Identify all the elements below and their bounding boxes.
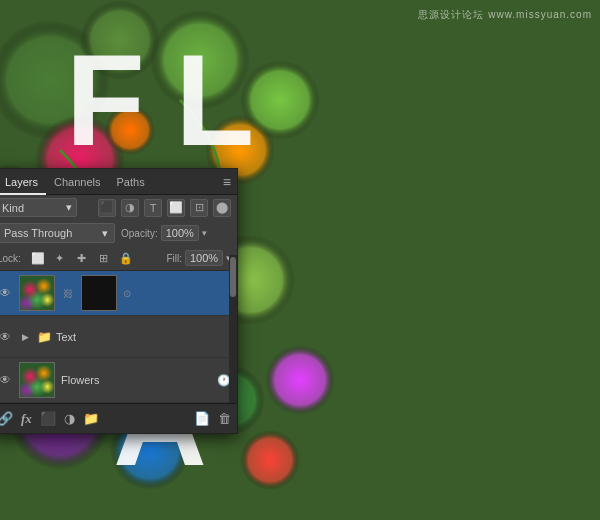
layer-name-2: Text bbox=[56, 331, 76, 343]
layer-item-smart-object[interactable]: 👁 ⛓ ⊙ bbox=[0, 271, 237, 316]
kind-select-arrow: ▾ bbox=[66, 201, 72, 214]
fill-value[interactable]: 100% bbox=[185, 250, 223, 266]
layer-info-2: 📁 Text bbox=[37, 330, 231, 344]
panel-footer: 🔗 fx ⬛ ◑ 📁 📄 🗑 bbox=[0, 403, 237, 433]
layer-visibility-toggle-3[interactable]: 👁 bbox=[0, 372, 13, 388]
opacity-label: Opacity: bbox=[121, 228, 158, 239]
opacity-group: Opacity: 100% ▾ bbox=[121, 225, 231, 241]
adjustment-icon[interactable]: ◑ bbox=[64, 411, 75, 426]
layer-chain-1[interactable]: ⛓ bbox=[61, 286, 75, 300]
blending-row: Pass Through ▾ Opacity: 100% ▾ bbox=[0, 220, 237, 246]
folder-icon-2: 📁 bbox=[37, 330, 52, 344]
layer-thumbnail-1 bbox=[19, 275, 55, 311]
panel-menu-icon[interactable]: ≡ bbox=[223, 174, 231, 190]
filter-circle-icon[interactable]: ⬤ bbox=[213, 199, 231, 217]
lock-position-icon[interactable]: ✚ bbox=[73, 249, 91, 267]
layer-item-text-group[interactable]: 👁 ▶ 📁 Text bbox=[0, 316, 237, 358]
scroll-thumb[interactable] bbox=[230, 257, 236, 297]
mask-icon[interactable]: ⬛ bbox=[40, 411, 56, 426]
trash-icon[interactable]: 🗑 bbox=[218, 411, 231, 426]
blending-mode-select[interactable]: Pass Through ▾ bbox=[0, 223, 115, 243]
blending-mode-arrow: ▾ bbox=[102, 227, 108, 240]
filter-icons: ⬛ ◑ T ⬜ ⊡ ⬤ bbox=[81, 199, 231, 217]
blending-mode-label: Pass Through bbox=[4, 227, 72, 239]
kind-select-label: Kind bbox=[2, 202, 24, 214]
watermark: 思源设计论坛 www.missyuan.com bbox=[418, 8, 592, 22]
kind-select[interactable]: Kind ▾ bbox=[0, 198, 77, 217]
letter-f: F bbox=[66, 35, 145, 165]
filter-adjust-icon[interactable]: ◑ bbox=[121, 199, 139, 217]
panel-tabs: Layers Channels Paths ≡ bbox=[0, 169, 237, 195]
layer-item-flowers[interactable]: 👁 Flowers 🕐 bbox=[0, 358, 237, 403]
tab-channels[interactable]: Channels bbox=[46, 169, 108, 195]
thumbnail-flower-1 bbox=[20, 276, 54, 310]
filter-type-icon[interactable]: T bbox=[144, 199, 162, 217]
filter-shape-icon[interactable]: ⬜ bbox=[167, 199, 185, 217]
folder-new-icon[interactable]: 📁 bbox=[83, 411, 99, 426]
filter-smart-icon[interactable]: ⊡ bbox=[190, 199, 208, 217]
lock-icons: ⬜ ✦ ✚ ⊞ 🔒 bbox=[29, 249, 161, 267]
layer-name-3: Flowers bbox=[61, 374, 100, 386]
tab-paths[interactable]: Paths bbox=[109, 169, 153, 195]
layers-panel: Layers Channels Paths ≡ Kind ▾ ⬛ ◑ T ⬜ ⊡… bbox=[0, 168, 238, 434]
smart-object-badge-1: ⊙ bbox=[123, 288, 131, 299]
layer-visibility-toggle-1[interactable]: 👁 bbox=[0, 285, 13, 301]
opacity-value[interactable]: 100% bbox=[161, 225, 199, 241]
fx-icon[interactable]: fx bbox=[21, 411, 32, 427]
lock-row: Lock: ⬜ ✦ ✚ ⊞ 🔒 Fill: 100% ▾ bbox=[0, 246, 237, 271]
letter-row-1: F L bbox=[66, 35, 255, 165]
new-layer-icon[interactable]: 📄 bbox=[194, 411, 210, 426]
fill-group: Fill: 100% ▾ bbox=[166, 250, 231, 266]
link-icon[interactable]: 🔗 bbox=[0, 411, 13, 426]
thumbnail-flower-3 bbox=[20, 363, 54, 397]
layer-mask-thumb-1 bbox=[81, 275, 117, 311]
layer-expand-arrow-2[interactable]: ▶ bbox=[19, 331, 31, 343]
letter-l: L bbox=[175, 35, 254, 165]
kind-row: Kind ▾ ⬛ ◑ T ⬜ ⊡ ⬤ bbox=[0, 195, 237, 220]
layer-visibility-toggle-2[interactable]: 👁 bbox=[0, 329, 13, 345]
fill-label: Fill: bbox=[166, 253, 182, 264]
filter-pixel-icon[interactable]: ⬛ bbox=[98, 199, 116, 217]
lock-label: Lock: bbox=[0, 253, 21, 264]
layer-info-1: ⊙ bbox=[123, 288, 231, 299]
layer-thumbnail-3 bbox=[19, 362, 55, 398]
layers-list: 👁 ⛓ ⊙ 👁 ▶ 📁 Text 👁 F bbox=[0, 271, 237, 403]
lock-artboard-icon[interactable]: ⊞ bbox=[95, 249, 113, 267]
opacity-arrow: ▾ bbox=[202, 228, 207, 238]
scroll-bar[interactable] bbox=[229, 255, 237, 403]
lock-all-icon[interactable]: 🔒 bbox=[117, 249, 135, 267]
layer-info-3: Flowers 🕐 bbox=[61, 374, 231, 387]
tab-layers[interactable]: Layers bbox=[0, 169, 46, 195]
lock-pixels-icon[interactable]: ✦ bbox=[51, 249, 69, 267]
lock-transparent-icon[interactable]: ⬜ bbox=[29, 249, 47, 267]
